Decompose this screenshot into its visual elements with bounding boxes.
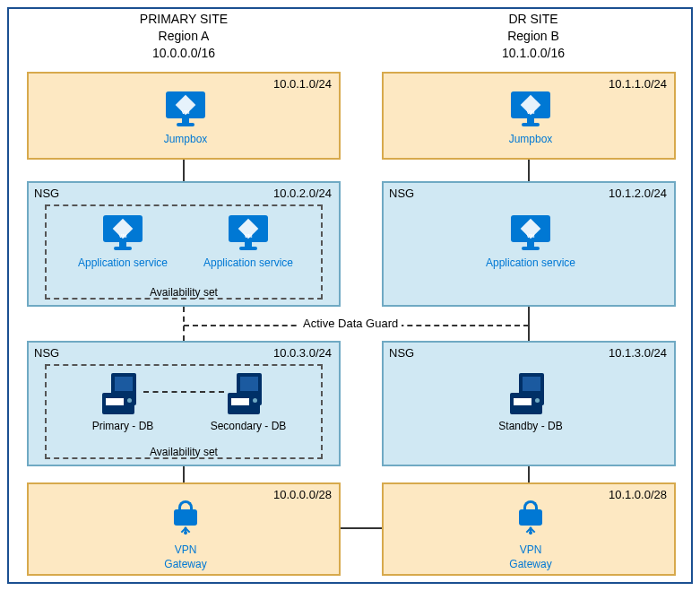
dr-vpn-l1: VPN <box>504 543 557 556</box>
dr-vpn-cidr: 10.1.0.0/28 <box>609 488 667 501</box>
secondary-db-label: Secondary - DB <box>199 420 298 432</box>
primary-vpn-cidr: 10.0.0.0/28 <box>273 488 332 501</box>
primary-app-service-2-label: Application service <box>199 256 298 269</box>
primary-vpn-l1: VPN <box>159 543 212 556</box>
primary-site-cidr: 10.0.0.0/16 <box>99 45 269 62</box>
dr-vpn-gateway: VPN Gateway <box>504 500 557 571</box>
dr-site-header: DR SITE Region B 10.1.0.0/16 <box>448 11 618 62</box>
dr-vpn-l2: Gateway <box>504 558 557 570</box>
connector-dashed <box>183 307 185 341</box>
connector <box>528 307 530 341</box>
primary-app-service-1-label: Application service <box>73 256 172 269</box>
primary-db-label: Primary - DB <box>73 420 172 432</box>
database-icon <box>228 373 269 414</box>
primary-vpn-subnet: 10.0.0.0/28 VPN Gateway <box>27 482 341 576</box>
dr-db-cidr: 10.1.3.0/24 <box>609 346 667 360</box>
connector <box>528 466 530 482</box>
vm-icon: VM <box>511 91 550 127</box>
primary-vpn-l2: Gateway <box>159 558 212 570</box>
primary-site-title: PRIMARY SITE <box>99 11 269 28</box>
primary-db-subnet: NSG 10.0.3.0/24 Primary - DB Secondary -… <box>27 341 341 466</box>
primary-app-avail-label: Availability set <box>47 286 321 299</box>
connector <box>528 160 530 181</box>
connector <box>341 527 382 529</box>
primary-jump-cidr: 10.0.1.0/24 <box>273 77 332 91</box>
dr-jump-subnet: 10.1.1.0/24 VM Jumpbox <box>382 72 676 160</box>
standby-db: Standby - DB <box>481 373 580 432</box>
primary-db-cidr: 10.0.3.0/24 <box>273 346 332 360</box>
diagram-canvas: PRIMARY SITE Region A 10.0.0.0/16 DR SIT… <box>7 7 693 584</box>
vm-icon: VM <box>166 91 205 127</box>
dr-app-service-label: Application service <box>481 256 580 269</box>
primary-app-service-2: VM Application service <box>199 215 298 269</box>
primary-app-avail-set: VM Application service VM Application se… <box>45 204 323 300</box>
primary-db-avail-label: Availability set <box>47 446 321 458</box>
primary-jumpbox: VM Jumpbox <box>150 91 221 145</box>
dr-jumpbox: VM Jumpbox <box>495 91 566 145</box>
standby-db-label: Standby - DB <box>481 420 580 432</box>
primary-jump-subnet: 10.0.1.0/24 VM Jumpbox <box>27 72 341 160</box>
primary-db-nsg: NSG <box>34 346 59 360</box>
active-data-guard-label: Active Data Guard <box>299 317 402 330</box>
database-icon <box>102 373 143 414</box>
dr-app-cidr: 10.1.2.0/24 <box>609 187 667 200</box>
connector <box>183 160 185 181</box>
secondary-db: Secondary - DB <box>199 373 298 432</box>
dr-app-service: VM Application service <box>481 215 580 269</box>
dr-db-nsg: NSG <box>389 346 414 360</box>
primary-app-nsg: NSG <box>34 187 59 200</box>
connector <box>183 466 185 482</box>
dr-site-region: Region B <box>448 28 618 45</box>
dr-jumpbox-label: Jumpbox <box>495 133 566 145</box>
dr-db-subnet: NSG 10.1.3.0/24 Standby - DB <box>382 341 676 466</box>
dr-vpn-subnet: 10.1.0.0/28 VPN Gateway <box>382 482 676 576</box>
vm-icon: VM <box>229 215 268 251</box>
dr-site-cidr: 10.1.0.0/16 <box>448 45 618 62</box>
primary-app-subnet: NSG 10.0.2.0/24 VM Application service V… <box>27 181 341 307</box>
dr-jump-cidr: 10.1.1.0/24 <box>609 77 667 91</box>
primary-app-service-1: VM Application service <box>73 215 172 269</box>
primary-site-region: Region A <box>99 28 269 45</box>
database-icon <box>510 373 551 414</box>
dr-app-subnet: NSG 10.1.2.0/24 VM Application service <box>382 181 676 307</box>
vpn-gateway-icon <box>514 500 547 538</box>
connector-dashed <box>143 391 224 393</box>
primary-site-header: PRIMARY SITE Region A 10.0.0.0/16 <box>99 11 269 62</box>
primary-vpn-gateway: VPN Gateway <box>159 500 212 571</box>
vm-icon: VM <box>103 215 143 251</box>
dr-app-nsg: NSG <box>389 187 414 200</box>
primary-jumpbox-label: Jumpbox <box>150 133 221 145</box>
primary-db: Primary - DB <box>73 373 172 432</box>
vpn-gateway-icon <box>169 500 202 538</box>
primary-db-avail-set: Primary - DB Secondary - DB Availability… <box>45 364 323 459</box>
vm-icon: VM <box>511 215 550 251</box>
dr-site-title: DR SITE <box>448 11 618 28</box>
primary-app-cidr: 10.0.2.0/24 <box>273 187 332 200</box>
